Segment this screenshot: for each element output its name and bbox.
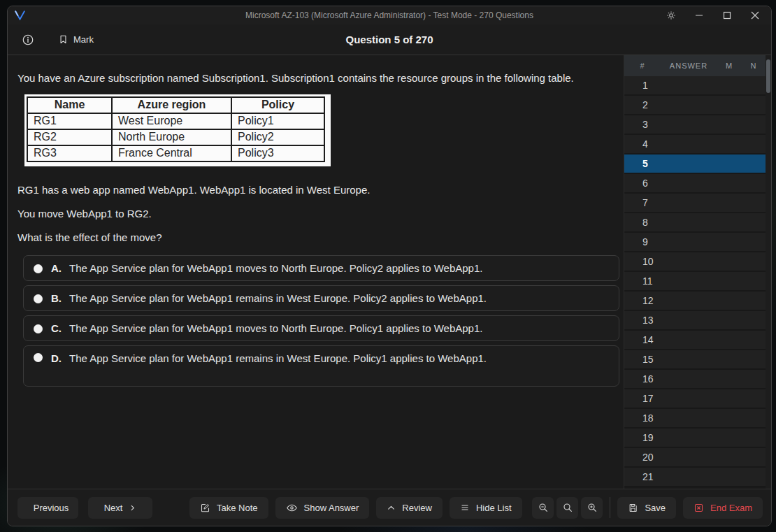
top-toolbar: Mark Question 5 of 270	[8, 24, 771, 55]
question-list-row[interactable]: 12	[624, 292, 766, 311]
question-list-row[interactable]: 8	[624, 213, 766, 233]
option-text: The App Service plan for WebApp1 remains…	[69, 352, 487, 364]
question-list-sidebar: # ANSWER M N 123456789101112131415161718…	[624, 55, 771, 489]
table-header: Name	[27, 97, 112, 113]
end-exam-button[interactable]: End Exam	[683, 497, 763, 519]
table-cell: RG1	[27, 113, 112, 129]
question-list-row[interactable]: 20	[624, 448, 766, 468]
question-list-row[interactable]: 10	[624, 252, 766, 272]
settings-icon[interactable]	[659, 8, 683, 23]
question-list-row[interactable]: 3	[624, 115, 766, 135]
radio-icon[interactable]	[34, 353, 43, 362]
question-list-row[interactable]: 19	[624, 429, 766, 448]
question-paragraph: RG1 has a web app named WebApp1. WebApp1…	[17, 184, 611, 196]
resource-groups-table: Name Azure region Policy RG1 West Europe…	[24, 94, 331, 166]
table-cell: RG3	[27, 145, 112, 161]
app-logo-icon	[13, 9, 26, 22]
table-header: Policy	[231, 97, 324, 113]
info-button[interactable]	[17, 29, 38, 50]
radio-icon[interactable]	[34, 324, 43, 333]
zoom-out-button[interactable]	[532, 497, 554, 519]
question-list-row[interactable]: 6	[624, 174, 766, 194]
question-list-row[interactable]: 13	[624, 311, 766, 331]
option-letter: A.	[51, 262, 69, 274]
toolbar-divider	[610, 497, 610, 518]
title-bar: Microsoft AZ-103 (Microsoft Azure Admini…	[8, 6, 771, 24]
zoom-in-icon	[587, 502, 598, 513]
save-icon	[628, 503, 638, 513]
table-cell: North Europe	[112, 129, 231, 145]
maximize-button[interactable]	[715, 8, 739, 23]
previous-button[interactable]: Previous	[17, 497, 78, 519]
save-button[interactable]: Save	[617, 497, 676, 519]
zoom-in-button[interactable]	[581, 497, 603, 519]
search-button[interactable]	[556, 497, 578, 519]
mark-button[interactable]: Mark	[54, 30, 98, 49]
minimize-button[interactable]	[687, 8, 711, 23]
answer-options: A. The App Service plan for WebApp1 move…	[17, 255, 611, 387]
bookmark-icon	[58, 34, 69, 45]
scrollbar-thumb[interactable]	[766, 59, 770, 93]
answer-option-d[interactable]: D. The App Service plan for WebApp1 rema…	[23, 345, 619, 387]
save-label: Save	[645, 503, 666, 513]
table-cell: Policy3	[231, 145, 324, 161]
take-note-button[interactable]: Take Note	[189, 497, 268, 519]
table-cell: France Central	[112, 145, 231, 161]
table-cell: RG2	[27, 129, 112, 145]
question-panel: You have an Azure subscription named Sub…	[8, 55, 624, 489]
radio-icon[interactable]	[34, 294, 43, 303]
radio-icon[interactable]	[34, 264, 43, 273]
table-cell: Policy1	[231, 113, 324, 129]
show-answer-button[interactable]: Show Answer	[275, 497, 370, 519]
next-button[interactable]: Next	[88, 497, 152, 519]
question-list-row[interactable]: 1	[624, 76, 766, 96]
question-counter: Question 5 of 270	[8, 34, 771, 45]
question-list-row[interactable]: 4	[624, 135, 766, 154]
column-number: #	[624, 62, 661, 70]
question-list-row[interactable]: 21	[624, 468, 766, 487]
take-note-label: Take Note	[217, 503, 258, 513]
hide-list-label: Hide List	[476, 503, 512, 513]
question-paragraph: You move WebApp1 to RG2.	[17, 208, 611, 220]
column-answer: ANSWER	[661, 62, 717, 70]
option-text: The App Service plan for WebApp1 moves t…	[69, 262, 482, 274]
question-intro: You have an Azure subscription named Sub…	[17, 72, 611, 84]
search-icon	[562, 502, 573, 513]
chevron-right-icon	[129, 504, 136, 512]
option-letter: D.	[51, 352, 69, 364]
question-list-row[interactable]: 11	[624, 272, 766, 292]
question-list-row[interactable]: 2	[624, 96, 766, 115]
next-label: Next	[104, 503, 123, 513]
question-list-row[interactable]: 15	[624, 350, 766, 370]
answer-option-b[interactable]: B. The App Service plan for WebApp1 rema…	[23, 285, 619, 311]
window-title: Microsoft AZ-103 (Microsoft Azure Admini…	[8, 10, 771, 20]
option-letter: B.	[51, 292, 69, 304]
table-cell: West Europe	[112, 113, 231, 129]
question-list-row[interactable]: 9	[624, 233, 766, 252]
question-list-row[interactable]: 5	[624, 154, 766, 174]
answer-option-c[interactable]: C. The App Service plan for WebApp1 move…	[23, 315, 619, 341]
review-label: Review	[402, 503, 432, 513]
question-list-row[interactable]: 7	[624, 194, 766, 213]
sidebar-scrollbar[interactable]	[766, 55, 771, 489]
question-list-row[interactable]: 18	[624, 409, 766, 429]
column-noted: N	[742, 62, 766, 70]
table-cell: Policy2	[231, 129, 324, 145]
review-button[interactable]: Review	[376, 497, 443, 519]
option-text: The App Service plan for WebApp1 remains…	[69, 292, 487, 304]
question-list-row[interactable]: 14	[624, 331, 766, 350]
close-button[interactable]	[743, 8, 767, 23]
question-list-row[interactable]: 16	[624, 370, 766, 389]
main-area: You have an Azure subscription named Sub…	[8, 55, 771, 489]
option-letter: C.	[51, 322, 69, 334]
app-window: Microsoft AZ-103 (Microsoft Azure Admini…	[7, 6, 772, 526]
table-header: Azure region	[112, 97, 231, 113]
answer-option-a[interactable]: A. The App Service plan for WebApp1 move…	[23, 255, 619, 281]
question-list-header: # ANSWER M N	[624, 55, 766, 76]
question-list-row[interactable]: 17	[624, 389, 766, 409]
info-icon	[22, 34, 34, 46]
hide-list-button[interactable]: Hide List	[450, 497, 522, 519]
note-icon	[200, 503, 210, 513]
table-row: RG1 West Europe Policy1	[27, 113, 324, 129]
list-icon	[460, 503, 470, 512]
